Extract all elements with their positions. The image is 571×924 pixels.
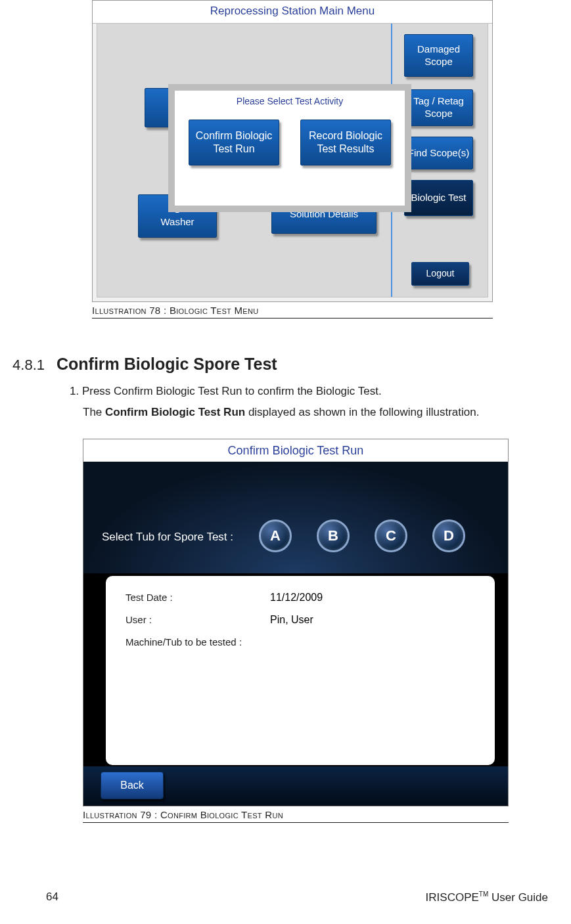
step-1: 1. Press Confirm Biologic Test Run to co… bbox=[70, 384, 548, 399]
confirm-biologic-test-run-button[interactable]: Confirm Biologic Test Run bbox=[189, 120, 279, 165]
page-footer: 64 IRISCOPETM User Guide bbox=[0, 891, 571, 904]
tag-retag-scope-button[interactable]: Tag / Retag Scope bbox=[404, 89, 473, 126]
confirm-test-run-screenshot: Confirm Biologic Test Run Select Tub for… bbox=[83, 439, 509, 806]
window-title: Reprocessing Station Main Menu bbox=[93, 1, 492, 24]
illustration-79-caption: Illustration 79 : Confirm Biologic Test … bbox=[83, 808, 509, 823]
record-biologic-test-results-button[interactable]: Record Biologic Test Results bbox=[300, 120, 391, 165]
test-date-value: 11/12/2009 bbox=[270, 592, 323, 604]
user-value: Pin, User bbox=[270, 614, 313, 626]
biologic-test-button[interactable]: Biologic Test bbox=[404, 180, 473, 216]
tub-selection-panel: Select Tub for Spore Test : A B C D bbox=[83, 462, 508, 573]
back-button[interactable]: Back bbox=[101, 772, 164, 799]
confirm-window-title: Confirm Biologic Test Run bbox=[83, 439, 508, 462]
page-number: 64 bbox=[46, 891, 58, 904]
app-body: Damaged Scope Tag / Retag Scope Find Sco… bbox=[97, 23, 488, 297]
section-4-8-1: 4.8.1 Confirm Biologic Spore Test 1. Pre… bbox=[7, 355, 548, 420]
tub-c-button[interactable]: C bbox=[375, 519, 407, 552]
tub-d-button[interactable]: D bbox=[432, 519, 465, 552]
dialog-title: Please Select Test Activity bbox=[175, 91, 405, 106]
illustration-78: Reprocessing Station Main Menu Damaged S… bbox=[92, 0, 493, 319]
machine-tub-label: Machine/Tub to be tested : bbox=[126, 636, 270, 648]
section-number: 4.8.1 bbox=[7, 357, 45, 374]
illustration-79: Confirm Biologic Test Run Select Tub for… bbox=[83, 439, 509, 823]
details-card: Test Date : 11/12/2009 User : Pin, User … bbox=[106, 576, 495, 765]
dialog-button-row: Confirm Biologic Test Run Record Biologi… bbox=[175, 120, 405, 165]
user-label: User : bbox=[126, 614, 270, 626]
logout-button[interactable]: Logout bbox=[411, 262, 469, 286]
tub-a-button[interactable]: A bbox=[259, 519, 292, 552]
tub-b-button[interactable]: B bbox=[317, 519, 350, 552]
main-menu-screenshot: Reprocessing Station Main Menu Damaged S… bbox=[92, 0, 493, 302]
tub-button-row: A B C D bbox=[259, 519, 465, 552]
select-tub-label: Select Tub for Spore Test : bbox=[102, 531, 233, 544]
find-scopes-button[interactable]: Find Scope(s) bbox=[404, 137, 473, 169]
footer-product: IRISCOPETM User Guide bbox=[426, 891, 548, 904]
test-activity-dialog: Please Select Test Activity Confirm Biol… bbox=[168, 84, 411, 212]
illustration-78-caption: Illustration 78 : Biologic Test Menu bbox=[92, 303, 493, 319]
bottom-bar: Back bbox=[83, 766, 508, 806]
step-note: The Confirm Biologic Test Run displayed … bbox=[83, 405, 548, 420]
test-date-label: Test Date : bbox=[126, 592, 270, 604]
damaged-scope-button[interactable]: Damaged Scope bbox=[404, 34, 473, 77]
section-title: Confirm Biologic Spore Test bbox=[57, 355, 277, 374]
